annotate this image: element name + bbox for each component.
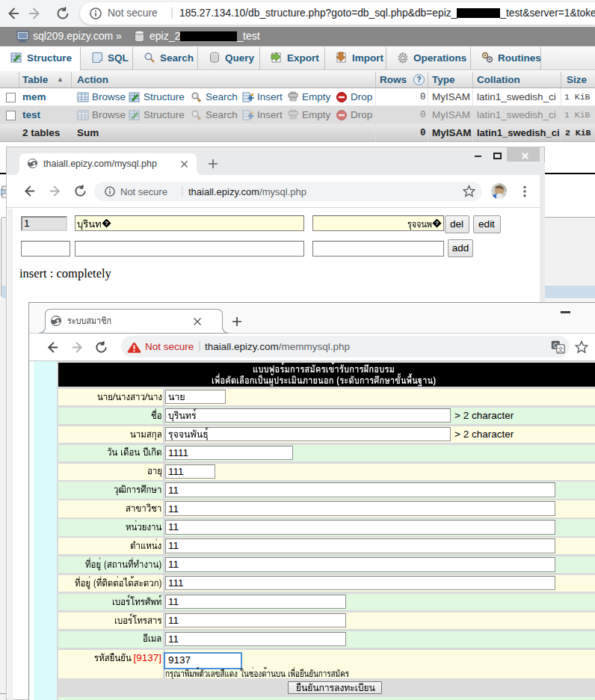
svg-text:?: ? bbox=[416, 76, 421, 84]
svg-text:文: 文 bbox=[558, 346, 564, 353]
svg-text:?: ? bbox=[105, 220, 108, 227]
svg-text:?: ? bbox=[435, 220, 439, 227]
